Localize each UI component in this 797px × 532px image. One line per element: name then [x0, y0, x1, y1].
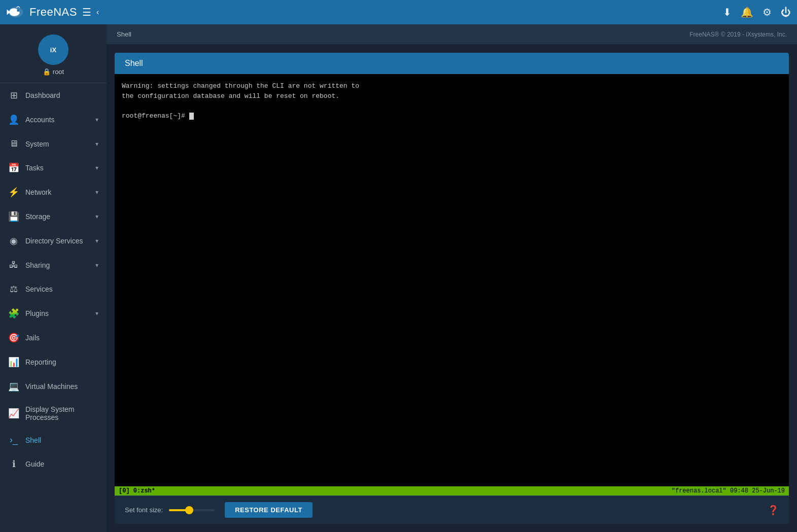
- user-area: iX 🔒 root: [0, 24, 107, 83]
- breadcrumb-bar: Shell FreeNAS® © 2019 - iXsystems, Inc.: [107, 24, 797, 45]
- sidebar-item-display-system-processes[interactable]: 📈 Display System Processes: [0, 399, 107, 428]
- font-size-area: Set font size:: [125, 506, 215, 514]
- tmux-bar: [0] 0:zsh* "freenas.local" 09:48 25-Jun-…: [115, 486, 789, 495]
- font-size-slider-track: [169, 509, 215, 511]
- system-icon: 🖥: [8, 138, 19, 149]
- sharing-icon: 🖧: [8, 260, 19, 270]
- sidebar-item-reporting[interactable]: 📊 Reporting: [0, 350, 107, 374]
- restore-default-button[interactable]: RESTORE DEFAULT: [225, 502, 313, 518]
- vm-icon: 💻: [8, 381, 19, 392]
- reporting-icon: 📊: [8, 357, 19, 368]
- sidebar-item-sharing[interactable]: 🖧 Sharing ▾: [0, 253, 107, 277]
- terminal-warning: Warning: settings changed through the CL…: [122, 81, 782, 121]
- shell-card: Shell Warning: settings changed through …: [115, 53, 789, 524]
- accounts-icon: 👤: [8, 114, 19, 125]
- sidebar-item-storage[interactable]: 💾 Storage ▾: [0, 204, 107, 229]
- shell-icon: ›_: [8, 435, 19, 445]
- network-arrow: ▾: [95, 189, 98, 196]
- sidebar-item-network[interactable]: ⚡ Network ▾: [0, 180, 107, 204]
- sidebar-item-system[interactable]: 🖥 System ▾: [0, 132, 107, 156]
- user-name: 🔒 root: [43, 68, 64, 76]
- directory-icon: ◉: [8, 235, 19, 246]
- dashboard-icon: ⊞: [8, 90, 19, 101]
- tasks-icon: 📅: [8, 162, 19, 173]
- copyright: FreeNAS® © 2019 - iXsystems, Inc.: [689, 31, 787, 38]
- logo[interactable]: FreeNAS: [6, 5, 77, 19]
- shell-panel: Shell Warning: settings changed through …: [107, 45, 797, 532]
- shell-footer: Set font size: RESTORE DEFAULT ❓: [115, 495, 789, 524]
- plugins-arrow: ▾: [95, 310, 98, 317]
- power-icon[interactable]: ⏻: [781, 7, 791, 18]
- hamburger-icon[interactable]: ☰: [82, 6, 91, 18]
- tmux-right: "freenas.local" 09:48 25-Jun-19: [672, 487, 785, 494]
- back-icon[interactable]: ‹: [96, 8, 99, 17]
- main-layout: iX 🔒 root ⊞ Dashboard 👤 Accounts ▾ 🖥 Sys…: [0, 24, 797, 532]
- topbar-left: FreeNAS ☰ ‹: [6, 5, 99, 19]
- directory-arrow: ▾: [95, 237, 98, 244]
- settings-icon[interactable]: ⚙: [763, 6, 772, 18]
- font-size-slider-thumb[interactable]: [185, 506, 193, 514]
- svg-point-1: [17, 9, 19, 12]
- sidebar-item-shell[interactable]: ›_ Shell: [0, 428, 107, 452]
- sidebar-item-services[interactable]: ⚖ Services: [0, 277, 107, 301]
- plugins-icon: 🧩: [8, 308, 19, 319]
- sidebar-item-directory-services[interactable]: ◉ Directory Services ▾: [0, 229, 107, 253]
- network-icon: ⚡: [8, 187, 19, 198]
- sharing-arrow: ▾: [95, 262, 98, 269]
- sidebar-item-guide[interactable]: ℹ Guide: [0, 452, 107, 476]
- terminal-cursor: [189, 113, 194, 120]
- jails-icon: 🎯: [8, 332, 19, 343]
- help-icon[interactable]: ❓: [768, 505, 779, 516]
- sidebar-item-virtual-machines[interactable]: 💻 Virtual Machines: [0, 374, 107, 399]
- avatar-text: iX: [50, 46, 56, 54]
- tasks-arrow: ▾: [95, 164, 98, 171]
- avatar: iX: [38, 34, 68, 65]
- sidebar-item-dashboard[interactable]: ⊞ Dashboard: [0, 83, 107, 108]
- sidebar-item-plugins[interactable]: 🧩 Plugins ▾: [0, 301, 107, 326]
- sidebar: iX 🔒 root ⊞ Dashboard 👤 Accounts ▾ 🖥 Sys…: [0, 24, 107, 532]
- sidebar-item-jails[interactable]: 🎯 Jails: [0, 326, 107, 350]
- processes-icon: 📈: [8, 408, 19, 419]
- logo-icon: [6, 5, 25, 19]
- services-icon: ⚖: [8, 283, 19, 295]
- terminal-output[interactable]: Warning: settings changed through the CL…: [115, 74, 789, 486]
- content-area: Shell FreeNAS® © 2019 - iXsystems, Inc. …: [107, 24, 797, 532]
- shell-title: Shell: [115, 53, 789, 74]
- app-name: FreeNAS: [29, 6, 77, 19]
- topbar-actions: ⬇ 🔔 ⚙ ⏻: [723, 6, 791, 18]
- tmux-left: [0] 0:zsh*: [119, 487, 155, 494]
- storage-arrow: ▾: [95, 213, 98, 220]
- font-size-label: Set font size:: [125, 506, 163, 514]
- terminal-prompt: root@freenas[~]#: [122, 112, 189, 120]
- breadcrumb: Shell: [117, 30, 131, 38]
- sidebar-item-accounts[interactable]: 👤 Accounts ▾: [0, 108, 107, 132]
- system-arrow: ▾: [95, 140, 98, 148]
- sidebar-item-tasks[interactable]: 📅 Tasks ▾: [0, 156, 107, 180]
- bell-icon[interactable]: 🔔: [741, 6, 753, 18]
- topbar: FreeNAS ☰ ‹ ⬇ 🔔 ⚙ ⏻: [0, 0, 797, 24]
- lock-icon: 🔒: [43, 68, 51, 76]
- storage-icon: 💾: [8, 211, 19, 222]
- guide-icon: ℹ: [8, 458, 19, 470]
- accounts-arrow: ▾: [95, 116, 98, 123]
- download-icon[interactable]: ⬇: [723, 6, 732, 18]
